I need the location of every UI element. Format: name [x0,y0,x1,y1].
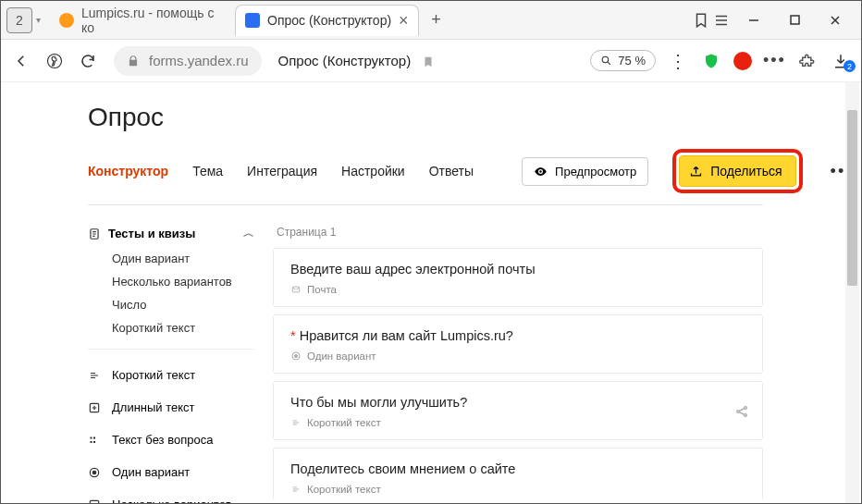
page-number-label: Страница 1 [273,220,763,248]
svg-rect-6 [91,436,92,438]
browser-titlebar: 2 ▾ Lumpics.ru - помощь с ко Опрос (Конс… [1,1,861,40]
svg-rect-8 [93,436,95,438]
question-type-label: Почта [307,284,337,295]
svg-rect-9 [93,441,95,443]
share-button[interactable]: Поделиться [679,155,795,187]
share-label: Поделиться [710,164,782,178]
sidebar-group-label: Тесты и квизы [108,227,195,240]
yandex-home-icon[interactable] [43,51,66,70]
close-tab-icon[interactable]: × [399,12,409,29]
svg-rect-7 [91,441,92,443]
browser-tab-1[interactable]: Опрос (Конструктор) × [235,5,419,36]
zoom-indicator[interactable]: 75 % [590,50,656,71]
adblock-icon[interactable] [733,52,752,70]
no-question-icon [88,435,103,446]
sidebar-item-checkbox[interactable]: Несколько вариантов [88,488,254,504]
mail-icon [290,285,302,294]
tab-list-chevron-icon[interactable]: ▾ [36,15,41,25]
tab-constructor[interactable]: Конструктор [88,164,168,178]
sidebar-sub-0[interactable]: Один вариант [88,247,254,270]
downloads-button[interactable]: 2 [830,51,852,70]
address-title: Опрос (Конструктор) [278,53,412,68]
sidebar-item-label: Несколько вариантов [112,498,232,504]
sidebar-sub-1[interactable]: Несколько вариантов [88,270,254,293]
zoom-value: 75 % [618,54,646,68]
eye-icon [534,165,548,178]
tab-integration[interactable]: Интеграция [247,164,317,178]
sidebar-item-label: Текст без вопроса [112,433,213,447]
question-title: Поделитесь своим мнением о сайте [290,461,515,476]
svg-point-16 [295,355,298,358]
vertical-scrollbar[interactable] [845,82,859,504]
favicon-icon [245,13,260,28]
magnifier-icon [600,55,612,67]
question-card-2[interactable]: Что бы мы могли улучшить? Короткий текст [273,381,763,440]
blocks-sidebar: Тесты и квизы ︿ Один вариант Несколько в… [88,220,254,504]
sidebar-group-tests[interactable]: Тесты и квизы ︿ [88,220,254,247]
question-title: Введите ваш адрес электронной почты [290,262,536,277]
required-star-icon: * [290,328,296,343]
tab-answers[interactable]: Ответы [429,164,474,178]
share-branch-icon[interactable] [734,402,749,419]
window-close-button[interactable] [815,1,856,40]
question-type-label: Короткий текст [307,417,381,428]
document-icon [88,227,101,240]
sidebar-item-radio[interactable]: Один вариант [88,456,254,488]
window-maximize-button[interactable] [774,1,815,40]
chevron-up-icon: ︿ [243,226,254,241]
address-bar[interactable]: forms.yandex.ru [114,46,262,76]
svg-rect-12 [90,500,98,504]
window-minimize-button[interactable] [733,1,774,40]
question-title: Нравится ли вам сайт Lumpics.ru? [300,328,513,343]
svg-point-11 [92,471,96,474]
checkbox-icon [88,498,103,505]
new-tab-button[interactable]: + [425,8,449,32]
scrollbar-thumb[interactable] [847,110,857,286]
bookmark-icon[interactable] [422,52,435,68]
downloads-badge: 2 [844,60,856,72]
protect-shield-icon[interactable] [700,51,722,70]
sidebar-item-long-text[interactable]: Длинный текст [88,391,254,424]
favicon-icon [59,13,74,28]
lock-icon [127,55,140,68]
sidebar-item-short-text[interactable]: Короткий текст [88,359,254,391]
short-text-icon [88,370,103,381]
preview-label: Предпросмотр [555,165,636,178]
tab-count-badge[interactable]: 2 [6,7,32,33]
share-icon [689,165,703,178]
highlight-callout: Поделиться [672,149,802,193]
question-card-1[interactable]: *Нравится ли вам сайт Lumpics.ru? Один в… [273,314,763,374]
svg-point-17 [737,411,740,413]
sidebar-sub-2[interactable]: Число [88,293,254,316]
sidebar-item-label: Один вариант [112,465,190,479]
address-domain: forms.yandex.ru [149,53,249,68]
tab-title: Lumpics.ru - помощь с ко [81,6,226,35]
tab-settings[interactable]: Настройки [341,164,405,178]
overflow-dots-icon[interactable]: ••• [763,51,785,70]
page-title: Опрос [88,103,861,132]
short-text-icon [290,418,302,427]
tab-theme[interactable]: Тема [192,164,223,178]
back-button[interactable] [10,51,32,70]
extension-icon[interactable] [796,51,819,70]
browser-tab-0[interactable]: Lumpics.ru - помощь с ко [50,5,235,36]
reading-list-icon[interactable] [693,11,709,29]
tab-title: Опрос (Конструктор) [267,13,391,28]
kebab-menu-icon[interactable]: ⋮ [667,50,689,72]
radio-icon [290,350,302,362]
form-canvas: Страница 1 Введите ваш адрес электронной… [273,220,763,504]
question-card-0[interactable]: Введите ваш адрес электронной почты Почт… [273,248,763,307]
sidebar-item-no-question[interactable]: Текст без вопроса [88,424,254,456]
question-type-label: Один вариант [307,350,376,362]
sidebar-item-label: Длинный текст [112,400,195,414]
menu-icon[interactable] [713,11,730,29]
reload-button[interactable] [77,51,99,70]
preview-button[interactable]: Предпросмотр [522,157,648,186]
svg-rect-1 [791,16,799,24]
svg-point-3 [603,56,610,62]
sidebar-sub-3[interactable]: Короткий текст [88,316,254,339]
short-text-icon [290,485,302,494]
sidebar-item-label: Короткий текст [112,368,195,382]
page-viewport: Опрос Конструктор Тема Интеграция Настро… [1,82,861,504]
question-card-3[interactable]: Поделитесь своим мнением о сайте Коротки… [273,448,763,500]
